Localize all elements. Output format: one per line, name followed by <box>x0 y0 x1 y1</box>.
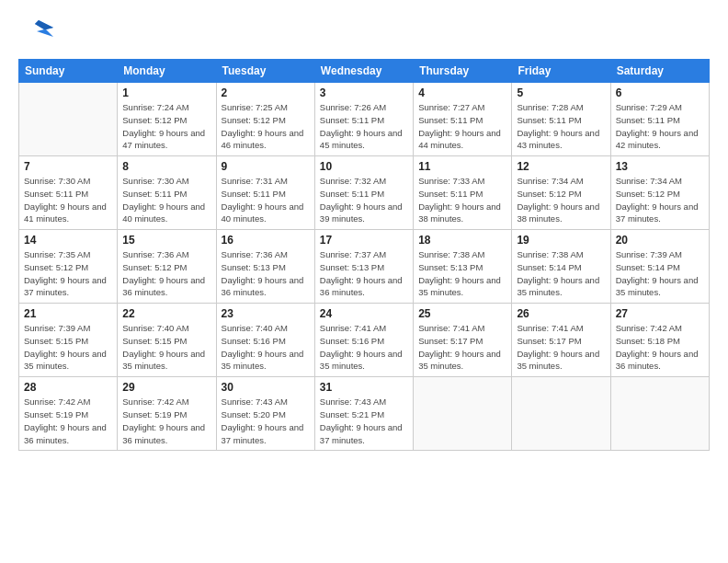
calendar-week-0: 1Sunrise: 7:24 AMSunset: 5:12 PMDaylight… <box>19 83 710 156</box>
page: SundayMondayTuesdayWednesdayThursdayFrid… <box>0 0 728 563</box>
day-info: Sunrise: 7:38 AMSunset: 5:14 PMDaylight:… <box>517 248 605 299</box>
day-info: Sunrise: 7:28 AMSunset: 5:11 PMDaylight:… <box>517 101 605 152</box>
sunset-text: Sunset: 5:17 PM <box>418 336 483 346</box>
daylight-text: Daylight: 9 hours and 41 minutes. <box>24 201 107 224</box>
calendar-cell: 5Sunrise: 7:28 AMSunset: 5:11 PMDaylight… <box>512 83 610 156</box>
sunset-text: Sunset: 5:14 PM <box>517 262 581 272</box>
sunrise-text: Sunrise: 7:42 AM <box>616 323 682 333</box>
sunrise-text: Sunrise: 7:43 AM <box>222 396 288 407</box>
sunset-text: Sunset: 5:13 PM <box>320 262 384 272</box>
calendar-week-4: 28Sunrise: 7:42 AMSunset: 5:19 PMDayligh… <box>19 377 710 451</box>
day-info: Sunrise: 7:41 AMSunset: 5:17 PMDaylight:… <box>418 322 506 373</box>
day-info: Sunrise: 7:39 AMSunset: 5:15 PMDaylight:… <box>24 322 112 373</box>
daylight-text: Daylight: 9 hours and 35 minutes. <box>517 275 599 298</box>
daylight-text: Daylight: 9 hours and 39 minutes. <box>320 201 403 224</box>
header-area <box>18 17 710 53</box>
daylight-text: Daylight: 9 hours and 36 minutes. <box>320 275 403 298</box>
sunrise-text: Sunrise: 7:33 AM <box>418 176 484 186</box>
daylight-text: Daylight: 9 hours and 47 minutes. <box>122 128 205 151</box>
sunset-text: Sunset: 5:19 PM <box>122 409 187 419</box>
calendar-cell: 1Sunrise: 7:24 AMSunset: 5:12 PMDaylight… <box>118 83 216 156</box>
sunset-text: Sunset: 5:21 PM <box>320 409 384 419</box>
calendar-cell: 3Sunrise: 7:26 AMSunset: 5:11 PMDaylight… <box>314 83 413 156</box>
calendar-cell <box>512 377 610 451</box>
sunset-text: Sunset: 5:11 PM <box>122 189 187 199</box>
sunrise-text: Sunrise: 7:32 AM <box>320 176 386 186</box>
day-info: Sunrise: 7:36 AMSunset: 5:13 PMDaylight:… <box>222 248 310 299</box>
day-number: 17 <box>320 234 408 247</box>
day-number: 28 <box>24 381 112 394</box>
calendar-cell: 18Sunrise: 7:38 AMSunset: 5:13 PMDayligh… <box>414 230 512 304</box>
day-number: 9 <box>222 160 310 173</box>
sunrise-text: Sunrise: 7:35 AM <box>24 249 90 259</box>
calendar-table: SundayMondayTuesdayWednesdayThursdayFrid… <box>18 59 710 451</box>
daylight-text: Daylight: 9 hours and 37 minutes. <box>222 422 304 445</box>
sunrise-text: Sunrise: 7:40 AM <box>122 323 188 333</box>
sunrise-text: Sunrise: 7:30 AM <box>122 176 188 186</box>
day-info: Sunrise: 7:38 AMSunset: 5:13 PMDaylight:… <box>418 248 506 299</box>
daylight-text: Daylight: 9 hours and 40 minutes. <box>222 201 304 224</box>
sunset-text: Sunset: 5:13 PM <box>222 262 286 272</box>
sunrise-text: Sunrise: 7:41 AM <box>418 323 484 333</box>
day-info: Sunrise: 7:36 AMSunset: 5:12 PMDaylight:… <box>122 248 210 299</box>
daylight-text: Daylight: 9 hours and 42 minutes. <box>616 128 699 151</box>
calendar-week-2: 14Sunrise: 7:35 AMSunset: 5:12 PMDayligh… <box>19 230 710 304</box>
day-info: Sunrise: 7:39 AMSunset: 5:14 PMDaylight:… <box>616 248 704 299</box>
day-number: 2 <box>222 86 310 99</box>
day-number: 13 <box>616 160 704 173</box>
calendar-cell: 30Sunrise: 7:43 AMSunset: 5:20 PMDayligh… <box>216 377 314 451</box>
calendar-cell: 4Sunrise: 7:27 AMSunset: 5:11 PMDaylight… <box>414 83 512 156</box>
calendar-cell: 27Sunrise: 7:42 AMSunset: 5:18 PMDayligh… <box>610 304 709 377</box>
logo <box>18 17 63 53</box>
calendar-cell: 13Sunrise: 7:34 AMSunset: 5:12 PMDayligh… <box>610 156 709 230</box>
calendar-cell: 28Sunrise: 7:42 AMSunset: 5:19 PMDayligh… <box>19 377 118 451</box>
sunset-text: Sunset: 5:11 PM <box>222 189 286 199</box>
calendar-cell: 15Sunrise: 7:36 AMSunset: 5:12 PMDayligh… <box>118 230 216 304</box>
sunrise-text: Sunrise: 7:36 AM <box>122 249 188 259</box>
day-number: 16 <box>222 234 310 247</box>
daylight-text: Daylight: 9 hours and 44 minutes. <box>418 128 501 151</box>
daylight-text: Daylight: 9 hours and 36 minutes. <box>122 275 205 298</box>
daylight-text: Daylight: 9 hours and 38 minutes. <box>418 201 501 224</box>
day-number: 19 <box>517 234 605 247</box>
day-info: Sunrise: 7:32 AMSunset: 5:11 PMDaylight:… <box>320 175 408 225</box>
daylight-text: Daylight: 9 hours and 38 minutes. <box>517 201 599 224</box>
day-header-friday: Friday <box>512 60 610 83</box>
daylight-text: Daylight: 9 hours and 43 minutes. <box>517 128 599 151</box>
sunrise-text: Sunrise: 7:34 AM <box>517 176 583 186</box>
day-header-saturday: Saturday <box>610 60 709 83</box>
daylight-text: Daylight: 9 hours and 40 minutes. <box>122 201 205 224</box>
sunrise-text: Sunrise: 7:38 AM <box>418 249 484 259</box>
day-info: Sunrise: 7:35 AMSunset: 5:12 PMDaylight:… <box>24 248 112 299</box>
day-info: Sunrise: 7:24 AMSunset: 5:12 PMDaylight:… <box>122 101 210 152</box>
sunset-text: Sunset: 5:12 PM <box>24 262 88 272</box>
sunrise-text: Sunrise: 7:42 AM <box>24 396 90 407</box>
day-header-wednesday: Wednesday <box>314 60 413 83</box>
calendar-cell: 26Sunrise: 7:41 AMSunset: 5:17 PMDayligh… <box>512 304 610 377</box>
sunrise-text: Sunrise: 7:40 AM <box>222 323 288 333</box>
sunset-text: Sunset: 5:14 PM <box>616 262 680 272</box>
day-info: Sunrise: 7:31 AMSunset: 5:11 PMDaylight:… <box>222 175 310 225</box>
daylight-text: Daylight: 9 hours and 35 minutes. <box>320 349 403 372</box>
day-number: 4 <box>418 86 506 99</box>
sunset-text: Sunset: 5:20 PM <box>222 409 286 419</box>
daylight-text: Daylight: 9 hours and 35 minutes. <box>222 349 304 372</box>
day-header-thursday: Thursday <box>414 60 512 83</box>
day-info: Sunrise: 7:43 AMSunset: 5:20 PMDaylight:… <box>222 396 310 446</box>
sunset-text: Sunset: 5:16 PM <box>222 336 286 346</box>
daylight-text: Daylight: 9 hours and 35 minutes. <box>616 275 699 298</box>
day-number: 15 <box>122 234 210 247</box>
calendar-cell: 20Sunrise: 7:39 AMSunset: 5:14 PMDayligh… <box>610 230 709 304</box>
daylight-text: Daylight: 9 hours and 35 minutes. <box>418 349 501 372</box>
calendar-cell: 19Sunrise: 7:38 AMSunset: 5:14 PMDayligh… <box>512 230 610 304</box>
calendar-cell: 16Sunrise: 7:36 AMSunset: 5:13 PMDayligh… <box>216 230 314 304</box>
calendar-cell: 25Sunrise: 7:41 AMSunset: 5:17 PMDayligh… <box>414 304 512 377</box>
day-info: Sunrise: 7:26 AMSunset: 5:11 PMDaylight:… <box>320 101 408 152</box>
sunrise-text: Sunrise: 7:42 AM <box>122 396 188 407</box>
day-header-monday: Monday <box>118 60 216 83</box>
calendar-cell: 21Sunrise: 7:39 AMSunset: 5:15 PMDayligh… <box>19 304 118 377</box>
sunrise-text: Sunrise: 7:25 AM <box>222 102 288 112</box>
day-info: Sunrise: 7:29 AMSunset: 5:11 PMDaylight:… <box>616 101 704 152</box>
daylight-text: Daylight: 9 hours and 37 minutes. <box>24 275 107 298</box>
sunrise-text: Sunrise: 7:37 AM <box>320 249 386 259</box>
